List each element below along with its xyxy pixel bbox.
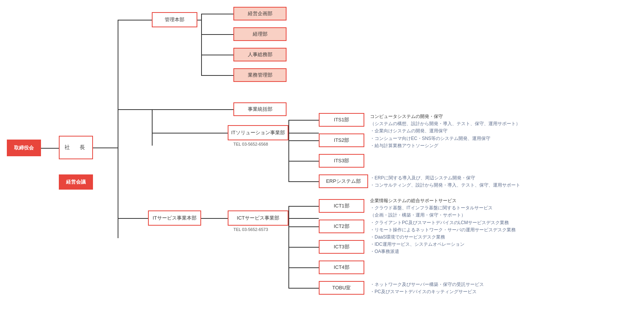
tobu-description: ・ネットワーク及びサーバー構築・保守の受託サービス ・PC及びスマートデバイスの… [370,281,567,295]
jigyotokatsubu-box: 事業統括部 [233,102,287,116]
ict3-box: ICT3部 [319,240,364,254]
its-desc-header: コンピュータシステムの開発・保守 [370,113,567,120]
line-itservice-ict [201,218,228,219]
ict1-box: ICT1部 [319,199,364,213]
keiekaigi-box: 経営会議 [59,174,93,190]
ict-desc-item1b: （企画・設計・構築・運用・保守・サポート） [370,212,583,219]
line-itservicehonbu [118,218,148,219]
ict-desc-item4: ・DaaS環境でのサービスデスク業務 [370,234,583,241]
its-description: コンピュータシステムの開発・保守 （システムの構想、設計から開発・導入、テスト、… [370,113,567,149]
line-it-area [118,109,152,110]
line-ict3 [288,247,319,248]
line-ictservice-vline [288,218,319,219]
its-desc-item2: ・コンシューマ向けEC・SNS等のシステム開発、運用保守 [370,135,567,142]
itsolution-tel: TEL 03-5652-6568 [233,142,268,146]
tobu-desc-item2: ・PC及びスマートデバイスのキッティングサービス [370,288,567,295]
jinjisombu-box: 人事総務部 [233,48,287,61]
its-desc-item1: ・企業向けシステムの開発、運用保守 [370,127,567,135]
ict-desc-item5: ・IDC運用サービス、システムオペレーション [370,241,583,248]
ict-desc-item6: ・OA事務派遣 [370,248,583,255]
ictservice-tel: TEL 03-5652-6573 [233,227,268,232]
its-desc-sub1: （システムの構想、設計から開発・導入、テスト、保守、運用サポート） [370,120,567,127]
line-kanrihonbu-right [197,20,201,20]
org-chart: 取締役会 社 長 経営会議 管理本部 経営企画部 経理部 人事総務部 業務管理部… [0,0,644,314]
gyomukanlibo-box: 業務管理部 [233,68,287,82]
keiribo-box: 経理部 [233,27,287,41]
vline-its [288,120,289,181]
erp-box: ERPシステム部 [319,174,368,188]
itsolution-box: ITソリューション事業部 [228,125,288,140]
line-keieikikakubu [201,14,233,14]
its3-box: ITS3部 [319,154,364,168]
line-itsolution [152,133,228,133]
ict-desc-item2: ・クライアントPC及びスマートデバイスのLCMサービスデスク業務 [370,219,583,226]
line-itsolution-vline [288,133,319,133]
its2-box: ITS2部 [319,133,364,147]
vline-kanrihonbu [201,14,202,75]
line-shacho-main [93,148,118,148]
line-jigyotokatsubu [152,109,233,110]
line-jinjisombu [201,55,233,55]
erp-description: ・ERPに関する導入及び、周辺システム開発・保守 ・コンサルティング、設計から開… [370,174,583,189]
ict-desc-item1: ・クラウド基盤、ITインフラ基盤に関するトータルサービス [370,204,583,212]
ict2-box: ICT2部 [319,220,364,233]
keieikikakubu-box: 経営企画部 [233,7,287,20]
ictservice-box: ICTサービス事業部 [228,210,288,226]
line-ict4 [288,267,319,268]
torishimariyakukai-box: 取締役会 [7,140,41,156]
line-tobu [288,288,319,289]
itservicehonbu-box: ITサービス事業本部 [148,210,201,226]
ict4-box: ICT4部 [319,261,364,274]
ict-desc-header: 企業情報システムの総合サポートサービス [370,197,583,204]
line-ict1 [288,206,319,207]
line-kanrihonbu [118,20,152,20]
line-its1 [288,120,319,121]
kanrihonbu-box: 管理本部 [152,12,197,27]
its1-box: ITS1部 [319,113,364,127]
line-keiribo [201,34,233,35]
line-its2 [288,140,319,141]
line-gyomukanlibo [201,75,233,76]
line-torishimariyakukai-shacho [41,148,59,149]
erp-desc-item2: ・コンサルティング、設計から開発・導入、テスト、保守、運用サポート [370,182,583,189]
line-its3 [288,161,319,162]
line-erp [288,181,319,182]
vline-it-branches [152,109,153,146]
its-desc-item3: ・給与計算業務アウトソーシング [370,142,567,149]
tobu-box: TOBU室 [319,281,364,295]
line-ict2 [288,226,319,227]
erp-desc-item1: ・ERPに関する導入及び、周辺システム開発・保守 [370,174,583,182]
ict-desc-item3: ・リモート操作によるネットワーク・サーバの運用サービスデスク業務 [370,226,583,234]
vline-main [118,20,118,238]
tobu-desc-item1: ・ネットワーク及びサーバー構築・保守の受託サービス [370,281,567,288]
ict-description: 企業情報システムの総合サポートサービス ・クラウド基盤、ITインフラ基盤に関する… [370,197,583,256]
shacho-box: 社 長 [59,136,93,159]
